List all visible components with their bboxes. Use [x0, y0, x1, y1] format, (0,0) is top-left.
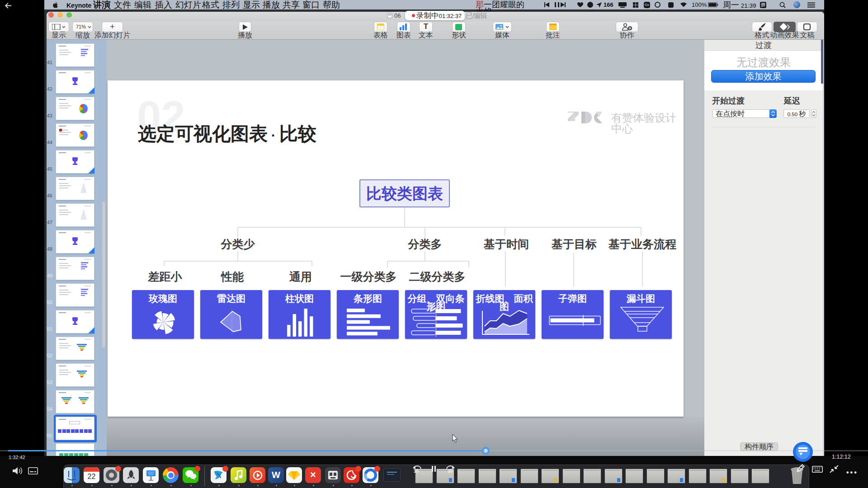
svg-text:30: 30 — [448, 469, 453, 474]
svg-text:10: 10 — [414, 469, 419, 474]
